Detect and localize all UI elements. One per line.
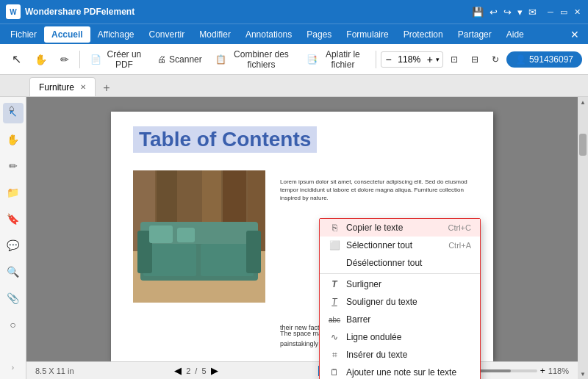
zoom-dropdown-icon[interactable]: ▾ (436, 56, 440, 63)
menu-aide[interactable]: Aide (499, 26, 531, 43)
home-icon: ⌂ (9, 103, 14, 113)
footer-zoom: − + 118% (470, 366, 569, 376)
scroll-down-arrow[interactable]: ▼ (578, 369, 588, 379)
menu-pages[interactable]: Pages (299, 26, 339, 43)
sidebar-signature[interactable]: ○ (3, 314, 24, 335)
user-account-button[interactable]: 👤 591436097 (506, 51, 582, 68)
menu-close-icon[interactable]: ✕ (564, 29, 585, 40)
email-icon[interactable]: ✉ (528, 7, 537, 18)
title-icons: 💾 ↩ ↪ ▾ ✉ (472, 7, 537, 18)
toolbar: ↖ ✋ ✏ 📄 Créer un PDF 🖨 Scanner 📋 Combine… (0, 44, 588, 75)
cursor-tool-button[interactable]: ↖ (6, 48, 27, 71)
hand-tool-button[interactable]: ✋ (29, 48, 53, 71)
sidebar-bookmark[interactable]: 🔖 (3, 209, 24, 229)
app-logo: W Wondershare PDFelement (6, 4, 472, 19)
fit-width-icon: ⊟ (471, 54, 478, 65)
prev-page-button[interactable]: ◀ (174, 365, 182, 376)
sidebar-edit-tool[interactable]: ✏ (3, 156, 24, 176)
scroll-track[interactable] (578, 107, 588, 369)
scanner-button[interactable]: 🖨 Scanner (151, 48, 208, 71)
context-menu-underline[interactable]: T Souligner du texte (320, 293, 480, 311)
combine-button[interactable]: 📋 Combiner des fichiers (209, 48, 299, 71)
context-menu-highlight[interactable]: T Surligner (320, 275, 480, 293)
sidebar-comment[interactable]: 💬 (3, 235, 24, 256)
hand-icon: ✋ (35, 54, 47, 65)
close-button[interactable]: ✕ (572, 7, 582, 17)
scroll-up-arrow[interactable]: ▲ (578, 97, 588, 107)
add-note-label: Ajouter une note sur le texte (346, 367, 456, 378)
furniture-svg (133, 170, 265, 303)
flatten-button[interactable]: 📑 Aplatir le fichier (301, 48, 371, 71)
rotate-button[interactable]: ↻ (486, 48, 505, 71)
wavy-icon: ∿ (329, 332, 340, 342)
restore-button[interactable]: ▭ (559, 7, 569, 17)
zoom-out-button[interactable]: − (384, 54, 393, 65)
zoom-in-button[interactable]: + (426, 54, 434, 65)
context-menu-wavy[interactable]: ∿ Ligne ondulée (320, 328, 480, 346)
scroll-thumb[interactable] (579, 134, 587, 156)
furniture-image (133, 170, 265, 303)
toolbar-separator-2 (376, 51, 376, 68)
minimize-button[interactable]: ─ (545, 7, 556, 17)
menu-formulaire[interactable]: Formulaire (339, 26, 395, 43)
zoom-control: − 118% + ▾ (381, 51, 443, 68)
app-title: Wondershare PDFelement (25, 7, 135, 17)
highlight-icon: T (329, 279, 340, 289)
context-menu-select-all[interactable]: ⬜ Sélectionner tout Ctrl+A (320, 237, 480, 254)
note-icon: 🗒 (329, 367, 340, 378)
sidebar-attachment[interactable]: 📎 (3, 288, 24, 308)
tab-add-button[interactable]: + (98, 80, 115, 96)
context-menu-add-note[interactable]: 🗒 Ajouter une note sur le texte (320, 364, 480, 379)
page-navigation: ◀ 2 / 5 ▶ (174, 365, 218, 376)
sidebar-search[interactable]: 🔍 (3, 261, 24, 282)
dropdown-icon[interactable]: ▾ (517, 7, 523, 18)
copy-icon: ⎘ (329, 223, 340, 233)
context-menu-copy[interactable]: ⎘ Copier le texte Ctrl+C (320, 219, 480, 237)
footer-zoom-value: 118% (548, 367, 569, 375)
context-menu-deselect-all[interactable]: Désélectionner tout (320, 254, 480, 272)
menu-accueil[interactable]: Accueil (44, 26, 90, 43)
redo-icon[interactable]: ↪ (503, 7, 512, 18)
scrollbar[interactable]: ▲ ▼ (578, 97, 588, 379)
sidebar-folder[interactable]: 📁 (3, 182, 24, 203)
fit-width-button[interactable]: ⊟ (465, 48, 484, 71)
menu-fichier[interactable]: Fichier (3, 26, 44, 43)
create-pdf-icon: 📄 (90, 54, 101, 65)
sidebar-expand-icon[interactable]: › (7, 361, 19, 373)
user-icon: 👤 (515, 54, 526, 65)
back-button[interactable]: ⌂ (3, 98, 20, 118)
user-id: 591436097 (529, 54, 573, 65)
strikethrough-label: Barrer (346, 314, 370, 325)
toolbar-right: 👤 591436097 (506, 51, 582, 68)
page-footer: 8.5 X 11 in ◀ 2 / 5 ▶ ▣ ⊞ ☰ ⊟ − + 118% (26, 361, 578, 379)
zoom-value: 118% (395, 54, 424, 65)
sidebar-hand-tool[interactable]: ✋ (3, 129, 24, 150)
copy-shortcut: Ctrl+C (448, 223, 471, 232)
undo-icon[interactable]: ↩ (490, 7, 498, 18)
context-menu-strikethrough[interactable]: abc Barrer (320, 311, 480, 328)
wavy-label: Ligne ondulée (346, 332, 401, 342)
deselect-label: Désélectionner tout (346, 258, 422, 268)
menu-affichage[interactable]: Affichage (90, 26, 142, 43)
menu-partager[interactable]: Partager (451, 26, 499, 43)
footer-zoom-in-button[interactable]: + (540, 366, 545, 376)
page-size-label: 8.5 X 11 in (35, 367, 74, 375)
menu-modifier[interactable]: Modifier (192, 26, 238, 43)
combine-icon: 📋 (215, 54, 226, 65)
fit-page-button[interactable]: ⊡ (445, 48, 464, 71)
underline-label: Souligner du texte (346, 297, 417, 307)
menu-convertir[interactable]: Convertir (142, 26, 193, 43)
next-page-button[interactable]: ▶ (211, 365, 218, 376)
toolbar-separator-1 (79, 51, 80, 68)
context-menu-insert-text[interactable]: ⌗ Insérer du texte (320, 346, 480, 364)
edit-tool-button[interactable]: ✏ (54, 48, 75, 71)
menu-annotations[interactable]: Annotations (238, 26, 299, 43)
footer-zoom-bar (478, 369, 537, 372)
tab-close-icon[interactable]: ✕ (80, 83, 86, 91)
tab-furniture[interactable]: Furniture ✕ (29, 77, 96, 96)
create-pdf-button[interactable]: 📄 Créer un PDF (85, 48, 150, 71)
cursor-icon: ↖ (12, 52, 21, 66)
select-all-shortcut: Ctrl+A (448, 241, 471, 250)
save-icon[interactable]: 💾 (472, 7, 484, 18)
menu-protection[interactable]: Protection (396, 26, 451, 43)
